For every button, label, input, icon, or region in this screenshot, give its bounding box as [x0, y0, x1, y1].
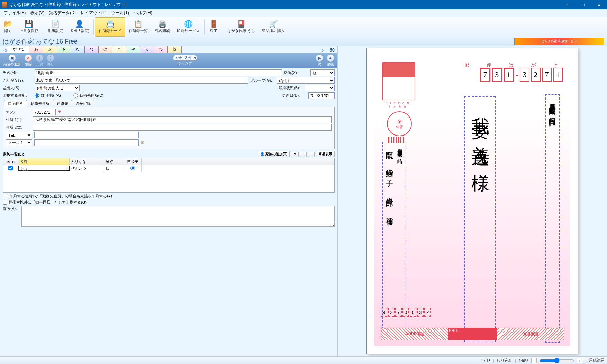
toolbar-card[interactable]: 📇住所録カード	[95, 17, 125, 37]
mail-input[interactable]	[34, 139, 139, 146]
tel-input[interactable]	[34, 132, 139, 138]
stamp-caption: NIPPON 日本郵便	[382, 102, 415, 109]
menu-data[interactable]: 宛名データ(D)	[47, 9, 78, 17]
nav-delete-button[interactable]: ✕削除	[24, 54, 33, 67]
family-del-icon[interactable]: ✕	[291, 152, 299, 157]
remarks-input[interactable]	[21, 206, 335, 227]
nav-undo-button[interactable]: ⟨元戻	[35, 54, 44, 67]
group-select[interactable]: (なし)	[277, 77, 335, 84]
col-furigana[interactable]: ふりがな	[70, 158, 104, 165]
tab-contact[interactable]: 連絡先	[53, 100, 72, 107]
row-name[interactable]: 善逸	[18, 166, 70, 171]
opt-goichido[interactable]: 世帯主以外は「御一同様」として印刷する(G)	[3, 200, 335, 205]
menu-file[interactable]: ファイル(F)	[2, 9, 28, 17]
undo-icon: ⟨	[36, 55, 43, 62]
zip-input[interactable]	[33, 109, 56, 115]
tel-type-select[interactable]: TEL	[6, 132, 32, 138]
mail-icon[interactable]: ✉	[141, 140, 144, 145]
index-tab-na[interactable]: な	[84, 46, 99, 53]
zoom-slider[interactable]	[540, 358, 574, 363]
index-tab-ka[interactable]: か	[43, 46, 57, 53]
col-display[interactable]: 表示	[3, 158, 18, 165]
index-next[interactable]: ▷	[320, 48, 325, 53]
menu-tool[interactable]: ツール(T)	[109, 9, 131, 17]
sender-select[interactable]: (標準) 差出人 1	[35, 85, 80, 91]
toolbar-exit[interactable]: 🚪終了	[206, 17, 221, 37]
sender-block[interactable]: 竈門 赫灼の子 炭治郎 禰豆子 石川県鳳珠郡穴水町乙ケ崎	[382, 142, 405, 333]
menu-view[interactable]: 表示(V)	[28, 9, 46, 17]
family-up-icon[interactable]: ↑	[300, 152, 307, 157]
work-radio[interactable]: 勤務先住所(C)	[73, 93, 103, 98]
menu-layout[interactable]: レイアウト(L)	[79, 9, 109, 17]
toolbar-open[interactable]: 📂開く	[0, 17, 16, 37]
toolbar-flip[interactable]: 🎴はがき作家 うら	[224, 17, 259, 37]
col-honorific[interactable]: 敬称	[104, 158, 124, 165]
printstatus-select[interactable]	[305, 85, 335, 91]
furigana-input[interactable]	[35, 77, 248, 84]
index-tab-wa[interactable]: わ	[154, 46, 168, 53]
row-display-check[interactable]	[8, 166, 13, 170]
jump-bar[interactable]: 1 / 全 13 件 ▼	[173, 55, 197, 60]
zip-lookup-icon[interactable]: 〒	[58, 109, 62, 115]
recipient-address[interactable]: 広島県広島市安佐南区 沼田町阿戸	[545, 94, 560, 343]
addr2-input[interactable]	[33, 124, 332, 131]
zip-label: 〒(Z):	[6, 110, 31, 115]
nav-last-button[interactable]: ⏭最後	[326, 54, 335, 67]
menu-help[interactable]: ヘルプ(H)	[132, 9, 154, 17]
recipient-name[interactable]: 我妻 善逸 様	[464, 96, 496, 342]
honorific-select[interactable]: 様	[310, 69, 335, 76]
ad-banner[interactable]: はがき作家 印刷サービス	[514, 38, 604, 45]
nav-next-button[interactable]: ▶次	[315, 54, 324, 67]
maximize-button[interactable]: □	[575, 0, 591, 9]
opt-work-family-check[interactable]	[3, 194, 7, 198]
col-name[interactable]: 名前	[18, 158, 70, 165]
tab-home-addr[interactable]: 自宅住所	[4, 100, 27, 107]
index-tab-a[interactable]: あ	[29, 46, 43, 53]
zoom-in-button[interactable]: +	[577, 358, 582, 363]
addr1-input[interactable]	[33, 116, 332, 123]
toolbar-paper[interactable]: 📄用紙設定	[44, 17, 66, 37]
tab-history[interactable]: 送受記録	[72, 100, 94, 107]
toolbar-service[interactable]: 🌐印刷サービス	[173, 17, 203, 37]
index-tab-all[interactable]: すべて	[8, 46, 29, 53]
table-row[interactable]: 善逸 ぜんいつ 様	[3, 165, 334, 171]
index-prev[interactable]: ◁	[2, 48, 8, 53]
status-filter[interactable]: 絞り込み	[497, 358, 512, 363]
home-radio-input[interactable]	[35, 93, 39, 98]
toolbar-save[interactable]: 💾上書き保存	[16, 17, 42, 37]
index-tab-ha[interactable]: は	[98, 46, 112, 53]
toolbar-print[interactable]: 🖨️宛名印刷	[151, 17, 173, 37]
toolbar-sender[interactable]: 👤差出人設定	[66, 17, 92, 37]
family-simple-button[interactable]: 簡易表示	[316, 151, 335, 157]
family-add-button[interactable]: 👤 家族の追加(T)	[258, 151, 290, 157]
updated-input[interactable]	[308, 92, 335, 99]
name-input[interactable]	[35, 69, 282, 76]
index-tab-ta[interactable]: た	[71, 46, 85, 53]
nav-redo-button[interactable]: ⟩再行	[46, 54, 55, 67]
index-tab-ya[interactable]: や	[126, 46, 140, 53]
index-tab-other[interactable]: 他	[167, 46, 182, 53]
toolbar-buy[interactable]: 🛒製品版の購入	[259, 17, 288, 37]
tab-work-addr[interactable]: 勤務先住所	[27, 100, 53, 107]
index-tab-ma[interactable]: ま	[112, 46, 126, 53]
index-tab-sa[interactable]: さ	[57, 46, 71, 53]
home-radio[interactable]: 自宅住所(A)	[35, 93, 61, 98]
mail-type-select[interactable]: メール 1	[6, 139, 32, 146]
footer-number: 000000	[497, 328, 564, 340]
recipient-zip: 7 3 1 - 3 2 7 1	[480, 68, 563, 82]
status-range-button[interactable]: 用紙範囲	[589, 358, 604, 363]
family-down-icon[interactable]: ↓	[308, 152, 315, 157]
close-button[interactable]: ✕	[591, 0, 607, 9]
row-head-radio[interactable]	[130, 166, 135, 170]
opt-work-family[interactable]: [印刷する住所] が「勤務先住所」の場合も家族を印刷する(A)	[3, 194, 335, 199]
work-radio-input[interactable]	[73, 93, 78, 98]
col-head[interactable]: 世帯主	[124, 158, 142, 165]
index-tab-ra[interactable]: ら	[140, 46, 154, 53]
postcard-preview: 郵 便 は が き NIPPON 日本郵便 ❀年賀 7 3 1 - 3 2 7 …	[366, 48, 578, 354]
nav-add-button[interactable]: ▣宛名の追加	[2, 54, 22, 67]
toolbar-list[interactable]: 📋住所録一覧	[125, 17, 151, 37]
opt-goichido-check[interactable]	[3, 200, 7, 205]
minimize-button[interactable]: −	[559, 0, 575, 9]
zoom-out-button[interactable]: −	[531, 358, 537, 363]
toolbar-service-label: 印刷サービス	[177, 28, 200, 34]
